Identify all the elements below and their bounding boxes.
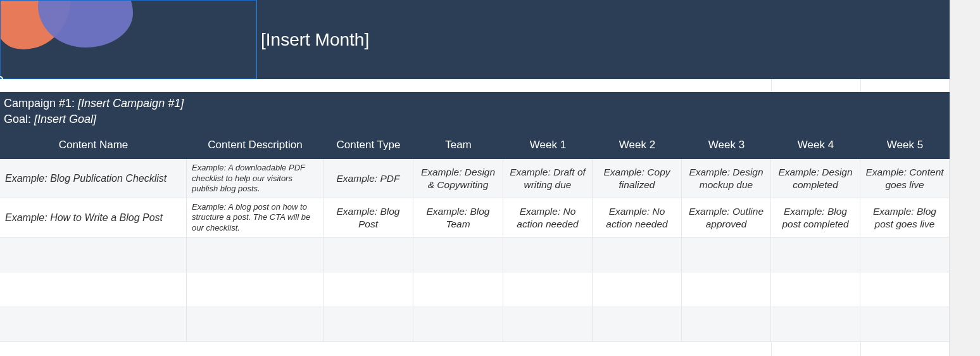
cell-content-type[interactable] [324,238,413,272]
campaign-name-placeholder: [Insert Campaign #1] [78,97,184,110]
cell-content-name[interactable]: Example: How to Write a Blog Post [0,198,187,237]
cell-content-type[interactable] [324,272,413,307]
cell-content-name[interactable] [0,238,187,272]
cell-week-5[interactable] [860,307,950,341]
col-content-name[interactable]: Content Name [0,132,187,159]
cell-week-5[interactable] [860,238,950,272]
cell-week-2[interactable]: Example: Copy finalized [593,159,682,198]
cell-team[interactable]: Example: Blog Team [413,198,503,237]
header-logo-cell[interactable] [0,0,257,79]
month-title: [Insert Month] [261,30,369,50]
cell-content-name[interactable] [0,272,187,307]
content-calendar-sheet: [Insert Month] Campaign #1: [Insert Camp… [0,0,950,356]
cell-content-name[interactable] [0,307,187,341]
cell-week-2[interactable] [593,272,682,307]
cell-week-1[interactable] [503,238,593,272]
header-banner: [Insert Month] [0,0,950,79]
cell-week-1[interactable]: Example: No action needed [503,198,593,237]
table-row: Example: Blog Publication Checklist Exam… [0,159,950,198]
col-team[interactable]: Team [413,132,503,159]
cell-week-2[interactable] [593,238,682,272]
cell-week-3[interactable]: Example: Design mockup due [682,159,771,198]
campaign-line: Campaign #1: [Insert Campaign #1] [4,96,945,111]
cell-content-description[interactable]: Example: A blog post on how to structure… [187,198,324,237]
cell-content-description[interactable]: Example: A downloadable PDF checklist to… [187,159,324,198]
header-month-cell[interactable]: [Insert Month] [257,0,950,79]
goal-placeholder: [Insert Goal] [34,113,96,125]
spacer-row [0,79,950,92]
cell-week-2[interactable] [593,307,682,341]
table-row [0,272,950,307]
cell-week-4[interactable] [771,307,860,341]
table-row: Example: How to Write a Blog Post Exampl… [0,198,950,238]
cell-content-description[interactable] [187,238,324,272]
decorative-blob-purple [38,0,133,48]
col-week-1[interactable]: Week 1 [503,132,593,159]
cell-week-2[interactable]: Example: No action needed [593,198,682,237]
campaign-label: Campaign #1: [4,97,78,110]
cell-week-5[interactable] [860,272,950,307]
goal-label: Goal: [4,113,34,125]
cell-team[interactable]: Example: Design & Copywriting [413,159,503,198]
cell-week-1[interactable] [503,272,593,307]
cell-week-4[interactable] [771,272,860,307]
cell-content-description[interactable] [187,272,324,307]
spacer-row-bottom [0,342,950,356]
cell-content-type[interactable]: Example: Blog Post [324,198,413,237]
campaign-goal-banner[interactable]: Campaign #1: [Insert Campaign #1] Goal: … [0,92,950,132]
col-content-description[interactable]: Content Description [187,132,324,159]
cell-week-3[interactable]: Example: Outline approved [682,198,771,237]
cell-content-description[interactable] [187,307,324,341]
cell-week-5[interactable]: Example: Blog post goes live [860,198,950,237]
cell-content-name[interactable]: Example: Blog Publication Checklist [0,159,187,198]
cell-week-3[interactable] [682,307,771,341]
cell-week-5[interactable]: Example: Content goes live [860,159,950,198]
column-header-row: Content Name Content Description Content… [0,132,950,159]
col-week-4[interactable]: Week 4 [771,132,860,159]
cell-week-4[interactable]: Example: Design completed [771,159,860,198]
goal-line: Goal: [Insert Goal] [4,111,945,127]
vertical-scrollbar-track[interactable] [950,0,980,356]
cell-week-1[interactable] [503,307,593,341]
col-week-5[interactable]: Week 5 [860,132,950,159]
cell-content-type[interactable]: Example: PDF [324,159,413,198]
cell-week-3[interactable] [682,238,771,272]
cell-week-3[interactable] [682,272,771,307]
table-row [0,238,950,272]
cell-team[interactable] [413,238,503,272]
table-body: Example: Blog Publication Checklist Exam… [0,159,950,342]
cell-selection-handle-icon[interactable] [0,76,3,79]
cell-content-type[interactable] [324,307,413,341]
table-row [0,307,950,342]
cell-team[interactable] [413,272,503,307]
cell-week-4[interactable]: Example: Blog post completed [771,198,860,237]
col-content-type[interactable]: Content Type [324,132,413,159]
cell-week-1[interactable]: Example: Draft of writing due [503,159,593,198]
col-week-2[interactable]: Week 2 [593,132,682,159]
col-week-3[interactable]: Week 3 [682,132,771,159]
cell-week-4[interactable] [771,238,860,272]
cell-team[interactable] [413,307,503,341]
